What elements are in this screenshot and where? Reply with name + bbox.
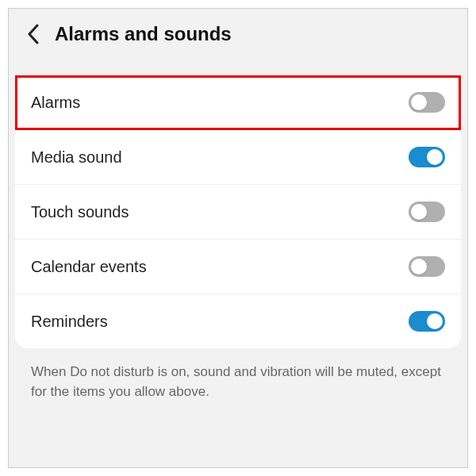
toggle-knob — [427, 149, 443, 165]
header: Alarms and sounds — [15, 12, 461, 60]
row-label: Touch sounds — [31, 203, 129, 221]
row-label: Calendar events — [31, 258, 147, 276]
row-touch-sounds[interactable]: Touch sounds — [15, 185, 461, 240]
toggle-knob — [411, 259, 427, 274]
settings-panel: Alarms and sounds Alarms Media sound Tou… — [8, 8, 468, 468]
toggle-knob — [427, 313, 443, 329]
toggle-reminders[interactable] — [409, 311, 445, 332]
page-title: Alarms and sounds — [55, 23, 232, 45]
toggle-media-sound[interactable] — [409, 147, 445, 167]
row-label: Alarms — [31, 94, 80, 112]
footer-description: When Do not disturb is on, sound and vib… — [15, 348, 461, 409]
row-label: Media sound — [31, 148, 122, 167]
toggle-knob — [411, 204, 427, 220]
row-media-sound[interactable]: Media sound — [15, 130, 461, 185]
toggle-alarms[interactable] — [409, 92, 445, 113]
row-label: Reminders — [31, 313, 108, 331]
toggle-calendar-events[interactable] — [409, 256, 445, 277]
toggle-knob — [411, 94, 427, 110]
toggle-touch-sounds[interactable] — [409, 202, 445, 222]
row-reminders[interactable]: Reminders — [15, 294, 461, 348]
back-icon[interactable] — [23, 24, 44, 44]
settings-list: Alarms Media sound Touch sounds Calendar… — [15, 75, 461, 348]
row-calendar-events[interactable]: Calendar events — [15, 240, 461, 294]
row-alarms[interactable]: Alarms — [15, 75, 461, 130]
